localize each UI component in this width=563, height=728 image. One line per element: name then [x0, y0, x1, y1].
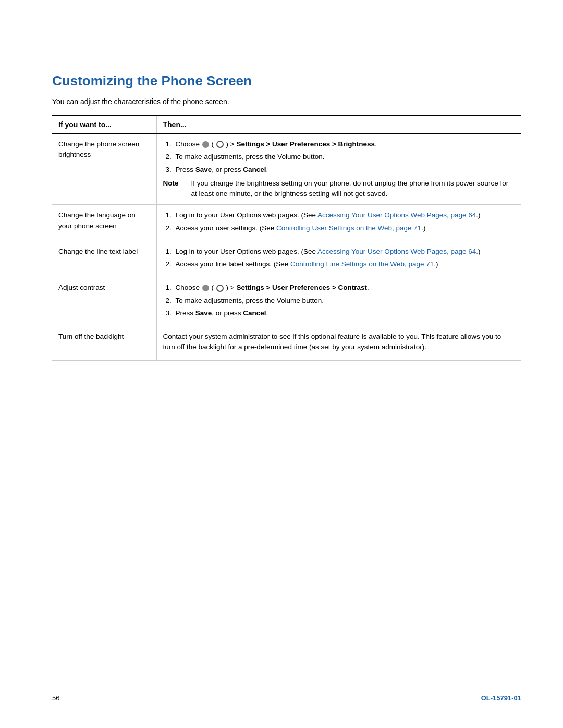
circle-icon — [202, 285, 209, 291]
action-cell: Change the phone screen brightness — [52, 133, 156, 205]
gear-icon — [216, 285, 224, 292]
col1-header: If you want to... — [52, 116, 156, 133]
table-row: Turn off the backlight Contact your syst… — [52, 326, 521, 361]
steps-cell: Choose ( ) > Settings > User Preferences… — [156, 133, 521, 205]
link-controlling-line-settings[interactable]: Controlling Line Settings on the Web, pa… — [290, 260, 436, 268]
circle-icon — [202, 141, 209, 148]
col2-header: Then... — [156, 116, 521, 133]
note-label: Note — [163, 178, 188, 200]
footer-doc-id: OL-15791-01 — [481, 694, 521, 702]
table-row: Change the language on your phone screen… — [52, 205, 521, 241]
action-cell: Adjust contrast — [52, 277, 156, 326]
action-cell: Change the line text label — [52, 241, 156, 277]
footer: 56 OL-15791-01 — [52, 694, 521, 702]
footer-page-number: 56 — [52, 694, 59, 702]
gear-icon — [216, 141, 224, 148]
note-text: If you change the brightness setting on … — [191, 178, 516, 200]
steps-cell: Contact your system administrator to see… — [156, 326, 521, 361]
table-row: Change the phone screen brightness Choos… — [52, 133, 521, 205]
features-table: If you want to... Then... Change the pho… — [52, 115, 521, 361]
action-cell: Turn off the backlight — [52, 326, 156, 361]
steps-cell: Choose ( ) > Settings > User Preferences… — [156, 277, 521, 326]
intro-text: You can adjust the characteristics of th… — [52, 97, 521, 106]
link-accessing-user-options-2[interactable]: Accessing Your User Options Web Pages, p… — [317, 248, 478, 255]
page-title: Customizing the Phone Screen — [52, 73, 521, 89]
note-block: Note If you change the brightness settin… — [163, 178, 516, 200]
table-row: Adjust contrast Choose ( ) > Settings > … — [52, 277, 521, 326]
action-cell: Change the language on your phone screen — [52, 205, 156, 241]
table-row: Change the line text label Log in to you… — [52, 241, 521, 277]
steps-cell: Log in to your User Options web pages. (… — [156, 241, 521, 277]
link-accessing-user-options-1[interactable]: Accessing Your User Options Web Pages, p… — [317, 211, 478, 219]
link-controlling-user-settings[interactable]: Controlling User Settings on the Web, pa… — [276, 224, 423, 232]
steps-cell: Log in to your User Options web pages. (… — [156, 205, 521, 241]
